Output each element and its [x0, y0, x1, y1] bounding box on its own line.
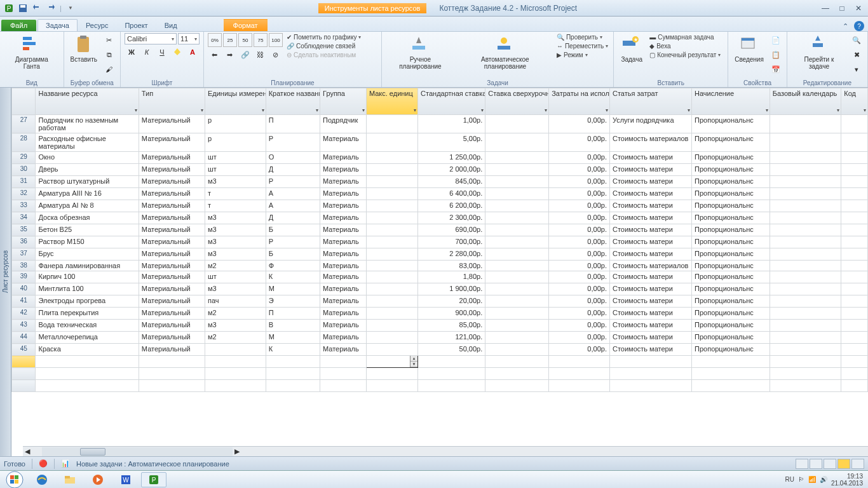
row-number[interactable]: 31 — [12, 176, 36, 188]
cell[interactable]: М — [266, 332, 320, 344]
cell[interactable]: Стоимость матери — [609, 248, 691, 261]
cell[interactable]: 121,00р. — [418, 332, 485, 344]
cell[interactable]: Материаль — [320, 332, 367, 344]
cell[interactable] — [485, 308, 549, 320]
cell[interactable]: 0,00р. — [549, 115, 610, 133]
underline-icon[interactable]: Ч — [155, 45, 169, 59]
tray-network-icon[interactable]: 📶 — [808, 476, 816, 483]
cell[interactable] — [36, 356, 139, 368]
pct-25-icon[interactable]: 25 — [223, 33, 237, 47]
cell[interactable] — [205, 380, 266, 392]
cell[interactable]: т — [205, 200, 266, 212]
cell[interactable]: В — [266, 320, 320, 332]
cell[interactable] — [366, 115, 417, 133]
cell[interactable]: Материаль — [320, 320, 367, 332]
cell[interactable] — [770, 188, 841, 200]
cell[interactable] — [12, 368, 36, 380]
cell[interactable]: Пропорциональнс — [692, 200, 770, 212]
row-number[interactable]: 29 — [12, 152, 36, 164]
cell[interactable] — [770, 261, 841, 271]
filter-arrow-icon[interactable]: ▾ — [362, 107, 365, 113]
cell[interactable]: Бетон В25 — [36, 224, 139, 236]
taskbar-word-icon[interactable]: W — [113, 472, 139, 487]
pct-100-icon[interactable]: 100 — [269, 33, 283, 47]
cell[interactable] — [485, 176, 549, 188]
notes-icon[interactable]: 📄 — [769, 33, 783, 47]
cell[interactable]: Стоимость матери — [609, 332, 691, 344]
start-button[interactable] — [3, 471, 27, 488]
cell[interactable]: 1,00р. — [418, 115, 485, 133]
auto-schedule-button[interactable]: Автоматическое планирование — [458, 33, 553, 71]
cell[interactable]: Пропорциональнс — [692, 164, 770, 176]
tab-format[interactable]: Формат — [224, 19, 268, 31]
view-gantt-icon[interactable] — [796, 459, 808, 469]
cell[interactable]: м3 — [205, 320, 266, 332]
macro-icon[interactable]: 🔴 — [39, 459, 48, 468]
cell[interactable] — [770, 320, 841, 332]
timeline-icon[interactable]: 📅 — [769, 62, 783, 76]
filter-arrow-icon[interactable]: ▾ — [201, 107, 203, 113]
cell[interactable] — [770, 164, 841, 176]
cell[interactable] — [841, 380, 868, 392]
help-icon[interactable]: ? — [854, 21, 864, 31]
cell[interactable] — [609, 368, 691, 380]
cell[interactable]: м2 — [205, 308, 266, 320]
row-number[interactable]: 35 — [12, 224, 36, 236]
deliverable-button[interactable]: ▢Конечный результат▾ — [648, 51, 722, 59]
cell[interactable]: м2 — [205, 261, 266, 271]
cell[interactable] — [320, 380, 367, 392]
cell[interactable]: Стоимость матери — [609, 224, 691, 236]
new-row[interactable]: ▲▼ — [12, 356, 868, 368]
cell[interactable]: Пропорциональнс — [692, 115, 770, 133]
mark-on-track-button[interactable]: ✔Пометить по графику▾ — [285, 33, 362, 41]
cell[interactable] — [770, 200, 841, 212]
cell[interactable]: Пропорциональнс — [692, 332, 770, 344]
cell[interactable]: м3 — [205, 248, 266, 261]
cell[interactable]: 6 400,00р. — [418, 188, 485, 200]
cell[interactable] — [841, 368, 868, 380]
filter-arrow-icon[interactable]: ▾ — [837, 107, 839, 113]
col-header-8[interactable]: Ставка сверхурочных▾ — [485, 88, 549, 115]
spinner[interactable]: ▲▼ — [410, 356, 417, 367]
cell[interactable] — [366, 368, 417, 380]
cell[interactable] — [366, 152, 417, 164]
cell[interactable]: Материаль — [320, 176, 367, 188]
cell[interactable]: Материаль — [320, 152, 367, 164]
cell[interactable]: Пропорциональнс — [692, 236, 770, 248]
tray-volume-icon[interactable]: 🔊 — [820, 476, 827, 483]
filter-arrow-icon[interactable]: ▾ — [316, 107, 318, 113]
file-tab[interactable]: Файл — [1, 20, 36, 31]
cell[interactable]: м3 — [205, 236, 266, 248]
tray-flag-icon[interactable]: 🏳 — [798, 476, 804, 483]
cell[interactable] — [366, 332, 417, 344]
cell[interactable]: Пропорциональнс — [692, 176, 770, 188]
row-number[interactable]: 36 — [12, 236, 36, 248]
cell[interactable]: Материальный — [139, 332, 205, 344]
cell[interactable]: Стоимость матери — [609, 308, 691, 320]
cell[interactable]: О — [266, 152, 320, 164]
cell[interactable]: Пропорциональнс — [692, 308, 770, 320]
pct-75-icon[interactable]: 75 — [254, 33, 268, 47]
row-number[interactable]: 42 — [12, 308, 36, 320]
cell[interactable]: шт — [205, 152, 266, 164]
cell[interactable] — [549, 380, 610, 392]
filter-arrow-icon[interactable]: ▾ — [864, 107, 866, 113]
cell[interactable]: 0,00р. — [549, 308, 610, 320]
qat-customize-icon[interactable]: ▼ — [64, 2, 77, 15]
cell[interactable]: 5,00р. — [418, 133, 485, 152]
row-number[interactable]: 38 — [12, 261, 36, 271]
cell[interactable]: Подрядчик по наземным работам — [36, 115, 139, 133]
cell[interactable] — [366, 200, 417, 212]
cell[interactable] — [366, 212, 417, 224]
table-row[interactable]: 41Электроды прогреваМатериальныйпачЭМате… — [12, 295, 868, 308]
table-row[interactable]: 37БрусМатериальныйм3БМатериаль2 280,00р.… — [12, 248, 868, 261]
cell[interactable] — [770, 248, 841, 261]
row-number[interactable]: 41 — [12, 295, 36, 308]
cell[interactable] — [770, 152, 841, 164]
cell[interactable]: Материаль — [320, 236, 367, 248]
table-row[interactable]: 27Подрядчик по наземным работамМатериаль… — [12, 115, 868, 133]
col-header-1[interactable]: Название ресурса▾ — [36, 88, 139, 115]
filter-arrow-icon[interactable]: ▾ — [135, 107, 137, 113]
cell[interactable]: 0,00р. — [549, 176, 610, 188]
cell[interactable]: Расходные офисные материалы — [36, 133, 139, 152]
